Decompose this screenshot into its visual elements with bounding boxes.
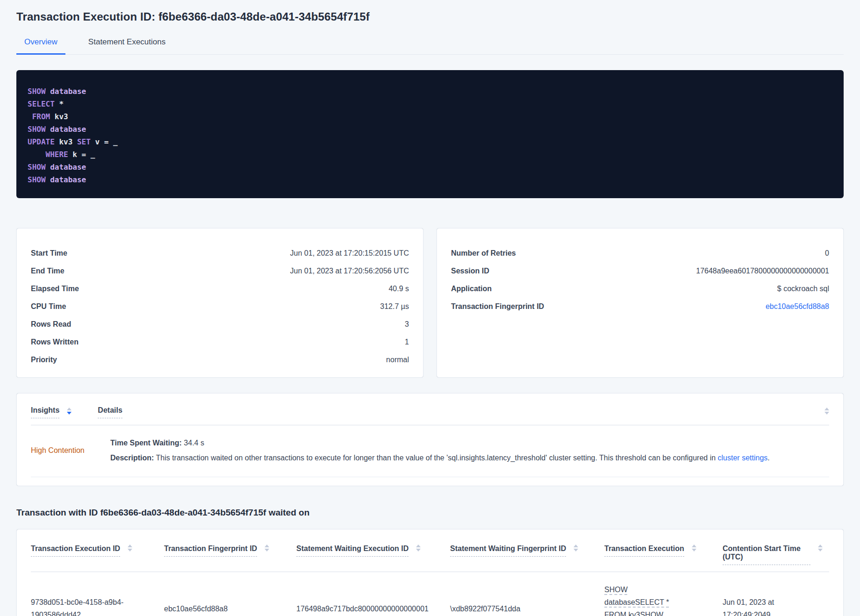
description-line: Description: This transaction waited on …	[110, 453, 829, 463]
column-header-statement-waiting-fingerprint-id[interactable]: Statement Waiting Fingerprint ID	[450, 544, 604, 565]
column-header-label: Transaction Execution ID	[31, 544, 120, 557]
summary-value: 312.7 µs	[380, 302, 409, 311]
summary-value: Jun 01, 2023 at 17:20:15:2015 UTC	[290, 249, 409, 258]
summary-row-application: Application $ cockroach sql	[451, 280, 829, 298]
column-header-label: Transaction Fingerprint ID	[164, 544, 257, 557]
column-header-transaction-fingerprint-id[interactable]: Transaction Fingerprint ID	[164, 544, 296, 565]
details-column-header[interactable]: Details	[98, 406, 122, 418]
waited-on-heading: Transaction with ID f6be6366-da03-48de-a…	[16, 508, 844, 518]
summary-label: Transaction Fingerprint ID	[451, 302, 544, 311]
sort-arrows-icon	[573, 544, 578, 552]
sort-arrows-icon	[818, 544, 823, 552]
sql-line: FROM kv3	[28, 110, 832, 123]
sort-arrows-icon	[265, 544, 269, 552]
sql-line: WHERE k = _	[28, 148, 832, 161]
sql-statement-box: SHOW database SELECT * FROM kv3 SHOW dat…	[16, 70, 844, 198]
sort-down-icon	[818, 549, 823, 552]
sort-up-icon	[416, 544, 421, 547]
summary-value: normal	[386, 356, 409, 364]
column-header-label: Statement Waiting Execution ID	[296, 544, 408, 557]
summary-label: End Time	[31, 267, 64, 275]
summary-card-left: Start Time Jun 01, 2023 at 17:20:15:2015…	[16, 228, 423, 378]
summary-label: Elapsed Time	[31, 285, 79, 293]
time-spent-waiting-value: 34.4 s	[182, 439, 204, 447]
summary-value: 17648a9eea6017800000000000000001	[696, 267, 829, 275]
sort-up-icon	[67, 408, 72, 410]
summary-label: Number of Retries	[451, 249, 516, 258]
summary-label: Rows Written	[31, 338, 79, 346]
summary-label: Rows Read	[31, 320, 71, 329]
page-title: Transaction Execution ID: f6be6366-da03-…	[16, 0, 844, 23]
summary-card-right: Number of Retries 0 Session ID 17648a9ee…	[437, 228, 844, 378]
sort-arrows-icon	[692, 544, 696, 552]
summary-row-session-id: Session ID 17648a9eea6017800000000000000…	[451, 262, 829, 280]
sql-line: SHOW database	[28, 123, 832, 136]
cell-contention-start-time: Jun 01, 2023 at 17:20:49:2049	[723, 596, 829, 616]
waited-table-header-row: Transaction Execution ID Transaction Fin…	[31, 530, 829, 572]
sort-down-icon	[692, 549, 696, 552]
summary-value: 40.9 s	[388, 285, 409, 293]
waited-table-row: 9738d051-bc0e-4158-a9b4-1903586ddd42 ebc…	[31, 572, 829, 616]
description-label: Description:	[110, 454, 154, 462]
insight-type-badge: High Contention	[31, 438, 110, 463]
summary-value: 1	[405, 338, 409, 346]
summary-row-rows-read: Rows Read 3	[31, 315, 409, 333]
summary-label: CPU Time	[31, 302, 66, 311]
column-header-label: Statement Waiting Fingerprint ID	[450, 544, 566, 557]
time-spent-waiting-label: Time Spent Waiting:	[110, 439, 182, 447]
insights-table-header: Insights Details	[31, 394, 829, 425]
time-spent-waiting-line: Time Spent Waiting: 34.4 s	[110, 438, 829, 448]
description-text: This transaction waited on other transac…	[154, 454, 717, 462]
sort-down-icon	[824, 412, 829, 415]
sort-up-icon	[818, 544, 823, 547]
sort-down-icon	[265, 549, 269, 552]
summary-row-priority: Priority normal	[31, 351, 409, 369]
column-header-transaction-execution[interactable]: Transaction Execution	[604, 544, 723, 565]
column-header-contention-start-time[interactable]: Contention Start Time (UTC)	[723, 544, 829, 565]
insights-column-header[interactable]: Insights	[31, 406, 59, 418]
summary-row-rows-written: Rows Written 1	[31, 333, 409, 351]
sort-arrows-icon[interactable]	[67, 408, 72, 415]
tab-bar: Overview Statement Executions	[16, 37, 844, 55]
sort-up-icon	[692, 544, 696, 547]
summary-row-transaction-fingerprint-id: Transaction Fingerprint ID ebc10ae56cfd8…	[451, 298, 829, 315]
tab-overview[interactable]: Overview	[16, 37, 65, 55]
insight-details: Time Spent Waiting: 34.4 s Description: …	[110, 438, 829, 463]
insights-table: Insights Details High Contention Time Sp…	[16, 393, 844, 486]
column-header-statement-waiting-execution-id[interactable]: Statement Waiting Execution ID	[296, 544, 450, 565]
sort-up-icon	[573, 544, 578, 547]
summary-label: Session ID	[451, 267, 489, 275]
summary-value: Jun 01, 2023 at 17:20:56:2056 UTC	[290, 267, 409, 275]
sort-arrows-icon	[416, 544, 421, 552]
cell-transaction-execution-statements[interactable]: SHOW databaseSELECT * FROM kv3SHOW datab…	[604, 583, 696, 616]
cell-transaction-fingerprint-id: ebc10ae56cfd88a8	[164, 602, 296, 615]
summary-label: Application	[451, 285, 492, 293]
summary-value: $ cockroach sql	[777, 285, 829, 293]
transaction-fingerprint-link[interactable]: ebc10ae56cfd88a8	[766, 302, 829, 311]
cluster-settings-link[interactable]: cluster settings	[718, 454, 768, 462]
sort-arrows-icon	[128, 544, 132, 552]
sql-line: SHOW database	[28, 173, 832, 186]
sort-arrows-icon[interactable]	[824, 408, 829, 415]
sort-down-icon	[67, 412, 72, 415]
cell-transaction-execution-id: 9738d051-bc0e-4158-a9b4-1903586ddd42	[31, 596, 164, 616]
sql-line: SHOW database	[28, 161, 832, 173]
sort-down-icon	[573, 549, 578, 552]
tab-statement-executions[interactable]: Statement Executions	[80, 37, 173, 55]
sort-down-icon	[416, 549, 421, 552]
sort-down-icon	[128, 549, 132, 552]
summary-row-cpu-time: CPU Time 312.7 µs	[31, 298, 409, 315]
sql-line: SHOW database	[28, 85, 832, 98]
waited-on-table: Transaction Execution ID Transaction Fin…	[16, 529, 844, 616]
summary-label: Priority	[31, 356, 57, 364]
summary-label: Start Time	[31, 249, 67, 258]
summary-row-start-time: Start Time Jun 01, 2023 at 17:20:15:2015…	[31, 244, 409, 262]
sort-up-icon	[128, 544, 132, 547]
column-header-transaction-execution-id[interactable]: Transaction Execution ID	[31, 544, 164, 565]
summary-value: 0	[825, 249, 829, 258]
description-suffix: .	[767, 454, 769, 462]
summary-value: 3	[405, 320, 409, 329]
sql-line: SELECT *	[28, 98, 832, 110]
summary-row-end-time: End Time Jun 01, 2023 at 17:20:56:2056 U…	[31, 262, 409, 280]
insight-row: High Contention Time Spent Waiting: 34.4…	[31, 425, 829, 477]
